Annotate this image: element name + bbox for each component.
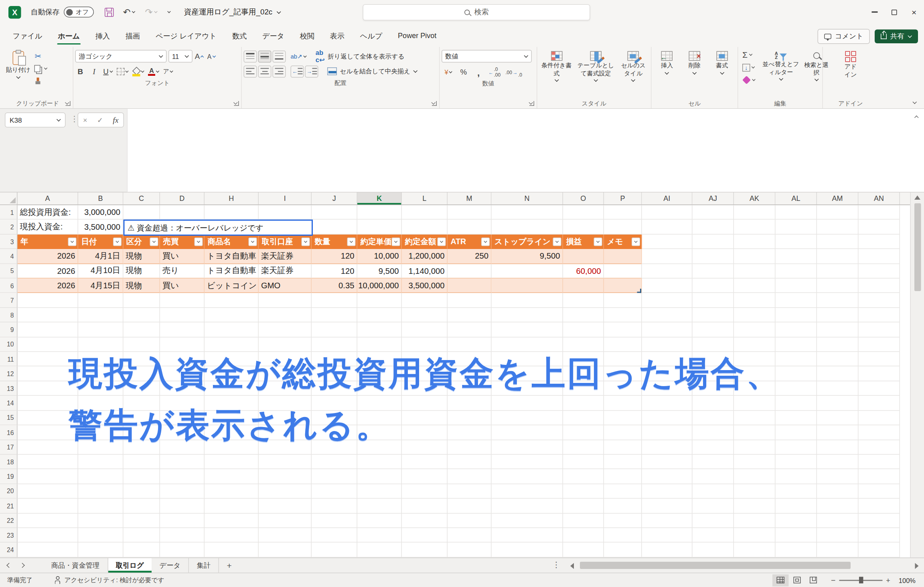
save-icon[interactable] bbox=[104, 8, 113, 17]
cell-C22[interactable] bbox=[124, 513, 160, 528]
column-header-J[interactable]: J bbox=[312, 192, 357, 204]
cell-P16[interactable] bbox=[604, 425, 642, 440]
cell-AL20[interactable] bbox=[776, 484, 817, 499]
cell-AI17[interactable] bbox=[642, 440, 693, 455]
cell-A10[interactable] bbox=[18, 337, 79, 352]
quick-access-more-icon[interactable] bbox=[167, 10, 170, 14]
row-header-1[interactable]: 1 bbox=[0, 205, 18, 220]
cell-C18[interactable] bbox=[124, 455, 160, 470]
number-dialog-launcher-icon[interactable] bbox=[529, 101, 534, 106]
cell-B4[interactable]: 4月1日 bbox=[78, 249, 124, 264]
font-size-dropdown-icon[interactable] bbox=[184, 53, 189, 58]
cell-P3[interactable]: メモ bbox=[604, 235, 642, 249]
filter-button-L[interactable] bbox=[438, 237, 446, 246]
cell-C7[interactable] bbox=[124, 293, 160, 308]
cell-H8[interactable] bbox=[205, 308, 259, 323]
cell-P23[interactable] bbox=[604, 528, 642, 543]
cell-H19[interactable] bbox=[205, 469, 259, 484]
cell-C24[interactable] bbox=[124, 543, 160, 558]
cell-D21[interactable] bbox=[160, 499, 205, 514]
ribbon-tab-7[interactable]: 校閲 bbox=[292, 27, 322, 47]
cell-AM9[interactable] bbox=[817, 322, 859, 337]
horizontal-scroll-thumb[interactable] bbox=[580, 562, 851, 569]
cell-L20[interactable] bbox=[402, 484, 448, 499]
cell-AK2[interactable] bbox=[734, 220, 776, 235]
cell-J5[interactable]: 120 bbox=[312, 264, 357, 279]
find-select-dropdown-icon[interactable] bbox=[814, 77, 819, 81]
next-sheet-icon[interactable] bbox=[20, 563, 25, 568]
cell-H3[interactable]: 商品名 bbox=[205, 235, 259, 249]
cell-N21[interactable] bbox=[492, 499, 563, 514]
row-header-9[interactable]: 9 bbox=[0, 322, 18, 337]
cell-A21[interactable] bbox=[18, 499, 79, 514]
cell-AI24[interactable] bbox=[642, 543, 693, 558]
ribbon-tab-0[interactable]: ファイル bbox=[5, 27, 50, 47]
row-header-24[interactable]: 24 bbox=[0, 543, 18, 558]
normal-view-button[interactable] bbox=[772, 574, 789, 586]
cell-B20[interactable] bbox=[78, 484, 124, 499]
cell-H6[interactable]: ビットコイン bbox=[205, 279, 259, 294]
cell-K5[interactable]: 9,500 bbox=[357, 264, 402, 279]
column-header-A[interactable]: A bbox=[18, 192, 79, 204]
cell-K6[interactable]: 10,000,000 bbox=[357, 279, 402, 294]
cell-AN21[interactable] bbox=[859, 499, 900, 514]
cell-B21[interactable] bbox=[78, 499, 124, 514]
cell-AL6[interactable] bbox=[776, 279, 817, 294]
cell-L19[interactable] bbox=[402, 469, 448, 484]
cell-AJ4[interactable] bbox=[693, 249, 734, 264]
cell-K22[interactable] bbox=[357, 513, 402, 528]
cell-N23[interactable] bbox=[492, 528, 563, 543]
cell-O4[interactable] bbox=[563, 249, 604, 264]
cell-AJ9[interactable] bbox=[693, 322, 734, 337]
hscroll-left-icon[interactable] bbox=[570, 563, 574, 569]
cell-C9[interactable] bbox=[124, 322, 160, 337]
cell-AK23[interactable] bbox=[734, 528, 776, 543]
undo-dropdown-icon[interactable] bbox=[132, 10, 135, 13]
align-left-button[interactable] bbox=[244, 65, 257, 77]
cell-AN23[interactable] bbox=[859, 528, 900, 543]
filter-button-A[interactable] bbox=[68, 237, 77, 246]
cell-N9[interactable] bbox=[492, 322, 563, 337]
cell-C20[interactable] bbox=[124, 484, 160, 499]
cell-M2[interactable] bbox=[448, 220, 492, 235]
cell-AM16[interactable] bbox=[817, 425, 859, 440]
cell-AK1[interactable] bbox=[734, 205, 776, 220]
page-break-view-button[interactable] bbox=[805, 574, 821, 586]
filter-button-K[interactable] bbox=[392, 237, 400, 246]
cell-AI1[interactable] bbox=[642, 205, 693, 220]
insert-cells-button[interactable]: ← 挿入 bbox=[659, 50, 675, 76]
conditional-formatting-button[interactable]: 条件付き書式 bbox=[539, 50, 574, 84]
cell-C19[interactable] bbox=[124, 469, 160, 484]
font-dialog-launcher-icon[interactable] bbox=[234, 101, 239, 106]
column-header-AM[interactable]: AM bbox=[817, 192, 859, 204]
ribbon-tab-4[interactable]: ページ レイアウト bbox=[148, 27, 225, 47]
cell-K8[interactable] bbox=[357, 308, 402, 323]
cell-H5[interactable]: トヨタ自動車 bbox=[205, 264, 259, 279]
cell-J18[interactable] bbox=[312, 455, 357, 470]
merge-center-button[interactable]: セルを結合して中央揃え bbox=[326, 65, 419, 78]
cell-I18[interactable] bbox=[259, 455, 312, 470]
number-format-dropdown-icon[interactable] bbox=[524, 53, 528, 58]
row-header-12[interactable]: 12 bbox=[0, 366, 18, 381]
cell-A7[interactable] bbox=[18, 293, 79, 308]
column-header-B[interactable]: B bbox=[78, 192, 124, 204]
cell-A4[interactable]: 2026 bbox=[18, 249, 79, 264]
cell-J24[interactable] bbox=[312, 543, 357, 558]
cell-B2[interactable]: 3,500,000 bbox=[78, 220, 124, 235]
cell-AM12[interactable] bbox=[817, 366, 859, 381]
ribbon-tab-9[interactable]: ヘルプ bbox=[352, 27, 390, 47]
cell-O2[interactable] bbox=[563, 220, 604, 235]
cell-AK6[interactable] bbox=[734, 279, 776, 294]
cell-M6[interactable] bbox=[448, 279, 492, 294]
cell-M18[interactable] bbox=[448, 455, 492, 470]
cell-O24[interactable] bbox=[563, 543, 604, 558]
cell-P15[interactable] bbox=[604, 411, 642, 425]
cell-AN5[interactable] bbox=[859, 264, 900, 279]
cell-J8[interactable] bbox=[312, 308, 357, 323]
cell-N8[interactable] bbox=[492, 308, 563, 323]
cell-J23[interactable] bbox=[312, 528, 357, 543]
cell-AJ21[interactable] bbox=[693, 499, 734, 514]
filter-button-H[interactable] bbox=[249, 237, 257, 246]
cell-AM1[interactable] bbox=[817, 205, 859, 220]
cell-styles-button[interactable]: セルのスタイル bbox=[618, 50, 649, 84]
